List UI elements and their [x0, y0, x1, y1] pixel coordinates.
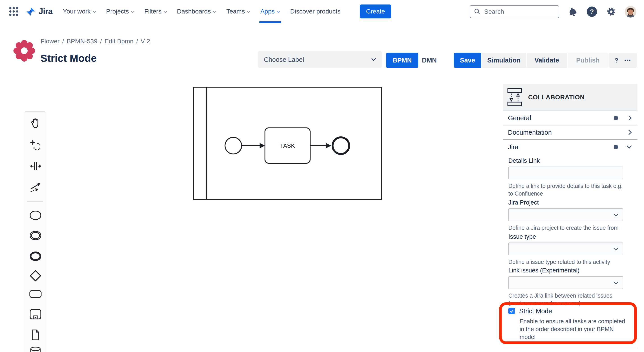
panel-section-jira[interactable]: Jira — [503, 140, 638, 154]
create-subprocess-button[interactable] — [29, 308, 42, 321]
breadcrumb-project[interactable]: Flower — [41, 38, 60, 45]
bpmn-start-event[interactable] — [225, 137, 242, 154]
nav-item-apps[interactable]: Apps — [260, 0, 280, 23]
content-dot — [614, 116, 618, 120]
settings-button[interactable] — [606, 6, 617, 18]
panel-section-documentation[interactable]: Documentation — [503, 125, 638, 140]
avatar-photo — [625, 6, 636, 18]
diagram-type-toggle: BPMN DMN — [386, 53, 440, 68]
help-button[interactable]: ? — [586, 6, 598, 18]
chevron-down-icon — [247, 11, 250, 13]
create-gateway-button[interactable] — [29, 269, 42, 282]
jira-wordmark: Jira — [38, 7, 52, 16]
collaboration-icon — [508, 88, 522, 107]
field-details-link: Details Link Define a link to provide de… — [503, 157, 638, 197]
question-mark-icon: ? — [587, 7, 597, 17]
create-intermediate-event-button[interactable] — [29, 229, 42, 242]
jira-project-select[interactable] — [508, 208, 623, 221]
nav-item-discover-products[interactable]: Discover products — [290, 0, 340, 23]
end-event-icon — [29, 251, 42, 262]
nav-item-teams[interactable]: Teams — [226, 0, 250, 23]
notifications-button[interactable] — [567, 6, 578, 18]
bell-icon — [567, 6, 578, 17]
bpmn-canvas[interactable]: TASK — [193, 87, 382, 200]
toolbar-misc-group: ? ••• — [608, 53, 637, 68]
field-issue-type: Issue type Define a issue type related t… — [503, 233, 638, 266]
dmn-tab[interactable]: DMN — [418, 53, 440, 68]
field-label: Issue type — [508, 233, 638, 240]
space-tool-icon — [30, 160, 41, 172]
checkmark-icon — [510, 309, 514, 313]
create-end-event-button[interactable] — [29, 250, 42, 262]
panel-bottom-divider — [503, 348, 638, 348]
bpmn-task[interactable]: TASK — [265, 128, 310, 163]
create-task-button[interactable] — [29, 288, 42, 300]
hand-tool-button[interactable] — [29, 117, 42, 130]
strict-mode-description: Enable to ensure all tasks are completed… — [520, 317, 628, 341]
action-button-group: Save Simulation Validate Publish — [454, 53, 608, 68]
chevron-down-icon — [613, 247, 619, 252]
apps-active-underline — [259, 21, 281, 23]
create-start-event-button[interactable] — [29, 209, 42, 222]
properties-panel-header: COLLABORATION — [503, 84, 638, 111]
data-object-icon — [30, 329, 41, 341]
start-event-icon — [29, 210, 42, 221]
issue-type-select[interactable] — [508, 242, 623, 255]
chevron-right-icon — [628, 130, 632, 135]
breadcrumb-issue[interactable]: BPMN-539 — [67, 38, 98, 45]
nav-item-dashboards[interactable]: Dashboards — [177, 0, 216, 23]
save-button[interactable]: Save — [454, 53, 481, 68]
content-dot — [614, 145, 618, 149]
breadcrumb-version[interactable]: V 2 — [140, 38, 150, 45]
nav-item-your-work[interactable]: Your work — [63, 0, 96, 23]
jira-logo-icon — [25, 6, 36, 17]
chevron-down-icon — [164, 11, 167, 13]
hand-icon — [30, 117, 41, 129]
create-button[interactable]: Create — [360, 5, 391, 19]
chevron-down-icon — [131, 11, 134, 13]
more-options-icon[interactable]: ••• — [624, 58, 631, 63]
intermediate-event-icon — [29, 230, 42, 241]
validate-button[interactable]: Validate — [526, 53, 567, 68]
space-tool-button[interactable] — [29, 160, 42, 172]
field-helper: Define a issue type related to this acti… — [508, 258, 623, 266]
global-connect-tool-button[interactable] — [29, 181, 42, 193]
field-jira-project: Jira Project Define a Jira project to cr… — [503, 199, 638, 231]
chevron-down-icon — [213, 11, 216, 13]
app-flower-logo — [14, 40, 35, 62]
panel-section-general[interactable]: General — [503, 111, 638, 125]
nav-right: ? — [470, 0, 636, 23]
app-switcher-icon[interactable] — [8, 6, 19, 17]
search-box — [470, 5, 559, 18]
strict-mode-checkbox[interactable] — [508, 308, 515, 314]
create-data-store-button[interactable] — [29, 344, 42, 352]
avatar[interactable] — [625, 6, 636, 18]
field-helper: Creates a Jira link between related issu… — [508, 292, 623, 307]
publish-button: Publish — [568, 53, 608, 68]
chevron-down-icon — [613, 213, 619, 218]
link-issues-select[interactable] — [508, 276, 623, 289]
bpmn-palette — [25, 112, 45, 352]
bpmn-tab[interactable]: BPMN — [386, 53, 418, 68]
bpmn-end-event[interactable] — [332, 137, 349, 154]
help-icon[interactable]: ? — [614, 57, 618, 64]
breadcrumb: Flower / BPMN-539 / Edit Bpmn / V 2 — [41, 38, 150, 45]
breadcrumb-screen[interactable]: Edit Bpmn — [105, 38, 134, 45]
details-link-input[interactable] — [508, 167, 623, 179]
field-label: Jira Project — [508, 199, 638, 206]
panel-element-type: COLLABORATION — [528, 94, 584, 101]
jira-logo[interactable]: Jira — [25, 6, 52, 17]
field-label: Details Link — [508, 157, 638, 164]
choose-label-select[interactable]: Choose Label — [258, 51, 382, 68]
strict-mode-label[interactable]: Strict Mode — [519, 307, 552, 315]
lasso-tool-button[interactable] — [29, 139, 42, 152]
nav-item-projects[interactable]: Projects — [106, 0, 134, 23]
properties-panel: COLLABORATION General Documentation Jira — [503, 84, 638, 154]
create-data-object-button[interactable] — [29, 329, 42, 341]
palette-separator — [27, 201, 43, 202]
simulation-button[interactable]: Simulation — [482, 53, 526, 68]
search-input[interactable] — [470, 5, 559, 18]
nav-item-filters[interactable]: Filters — [144, 0, 167, 23]
nav-left: Jira Your work Projects Filters Dashboar… — [0, 0, 391, 23]
chevron-down-icon — [626, 145, 632, 149]
